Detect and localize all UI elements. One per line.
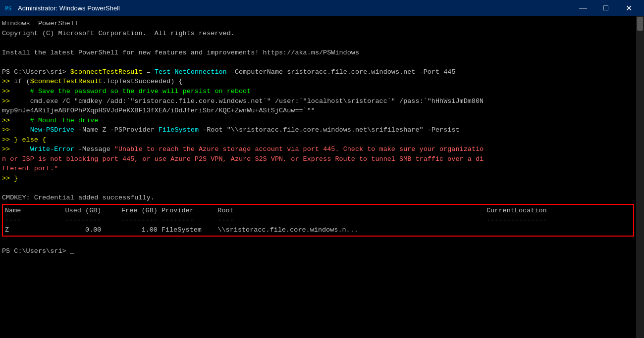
- window-controls: — □ ✕: [572, 0, 640, 16]
- prompt-line: PS C:\Users\sri> _: [2, 246, 634, 256]
- minimize-button[interactable]: —: [572, 0, 594, 16]
- table-header: Name Used (GB) Free (GB) Provider Root C…: [5, 206, 631, 216]
- line-18: [2, 184, 634, 193]
- powershell-icon: PS: [4, 3, 14, 13]
- line-4: Install the latest PowerShell for new fe…: [2, 48, 634, 58]
- scrollbar-thumb[interactable]: [637, 17, 643, 31]
- line-8: >> # Save the password so the drive will…: [2, 87, 634, 97]
- table-divider: ---- --------- --------- -------- ---- -…: [5, 215, 631, 225]
- line-7: >> if ($connectTestResult.TcpTestSucceed…: [2, 77, 634, 87]
- line-5: [2, 57, 634, 67]
- blank-line: [2, 237, 634, 246]
- line-16: fferent port.": [2, 164, 634, 174]
- line-9: >> cmd.exe /C "cmdkey /add:`"sristoracc.…: [2, 97, 634, 106]
- terminal-content[interactable]: Windows PowerShell Copyright (C) Microso…: [0, 16, 636, 338]
- line-6: PS C:\Users\sri> $connectTestResult = Te…: [2, 67, 634, 77]
- line-14: >> Write-Error -Message "Unable to reach…: [2, 145, 634, 154]
- line-15: n or ISP is not blocking port 445, or us…: [2, 154, 634, 164]
- line-2: Copyright (C) Microsoft Corporation. All…: [2, 29, 634, 39]
- line-1: Windows PowerShell: [2, 19, 634, 29]
- line-19: CMDKEY: Credential added successfully.: [2, 193, 634, 203]
- close-button[interactable]: ✕: [617, 0, 640, 16]
- scrollbar[interactable]: [636, 16, 644, 338]
- line-17: >> }: [2, 174, 634, 184]
- table-row: Z 0.00 1.00 FileSystem \\sristoracc.file…: [5, 225, 631, 235]
- line-11: >> # Mount the drive: [2, 116, 634, 126]
- line-3: [2, 38, 634, 48]
- line-12: >> New-PSDrive -Name Z -PSProvider FileS…: [2, 125, 634, 135]
- title-bar: PS Administrator: Windows PowerShell — □…: [0, 0, 644, 16]
- window-title: Administrator: Windows PowerShell: [18, 4, 572, 12]
- line-13: >> } else {: [2, 135, 634, 145]
- svg-text:PS: PS: [5, 5, 11, 12]
- line-10: myp9nJe4ARiIjeABfOPhPXqpHSVJdPeKXBF13fXE…: [2, 106, 634, 116]
- drive-table: Name Used (GB) Free (GB) Provider Root C…: [2, 204, 634, 237]
- terminal-window: Windows PowerShell Copyright (C) Microso…: [0, 16, 644, 338]
- maximize-button[interactable]: □: [594, 0, 617, 16]
